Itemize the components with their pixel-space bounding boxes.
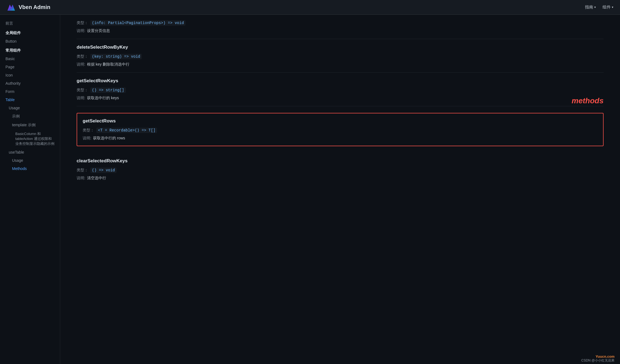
type-row: 类型： (info: Partial<PaginationProps>) => … (77, 20, 604, 26)
chevron-down-icon: ▾ (612, 5, 613, 9)
section-getSelectRows: methods getSelectRows 类型： <T = Recordabl… (77, 106, 604, 153)
desc-label: 说明: (77, 96, 85, 101)
type-label: 类型： (77, 20, 88, 25)
nav-item-guide[interactable]: 指南 ▾ (585, 5, 596, 10)
section-setpagination: 类型： (info: Partial<PaginationProps>) => … (77, 15, 604, 39)
desc-row: 说明: 获取选中行的 rows (83, 136, 598, 141)
method-name: deleteSelectRowByKey (77, 45, 604, 50)
method-name: getSelectRows (83, 118, 598, 124)
type-row: 类型： () => string[] (77, 87, 604, 93)
desc-row: 说明: 清空选中行 (77, 176, 604, 181)
main-layout: 前言 全局组件 Button 常用组件 Basic Page Icon Auth… (0, 15, 620, 364)
section-clearSelectedRowKeys: clearSelectedRowKeys 类型： () => void 说明: … (77, 153, 604, 186)
desc-value: 清空选中行 (87, 176, 106, 181)
watermark-yuucn: Yuucn.com (596, 354, 615, 359)
nav-components-label: 组件 (602, 5, 611, 10)
sidebar-item-form[interactable]: Form (0, 87, 60, 96)
desc-value: 获取选中行的 keys (87, 96, 119, 101)
sidebar-item-page[interactable]: Page (0, 63, 60, 71)
desc-row: 说明: 设置分页信息 (77, 28, 604, 33)
type-value: (info: Partial<PaginationProps>) => void (90, 20, 186, 26)
desc-value: 根据 key 删除取消选中行 (87, 62, 130, 67)
content-main: 类型： (info: Partial<PaginationProps>) => … (60, 15, 620, 364)
type-label: 类型： (83, 128, 94, 133)
sidebar: 前言 全局组件 Button 常用组件 Basic Page Icon Auth… (0, 15, 60, 364)
watermark-csdn: CSDN @小小红无花果 (581, 358, 615, 363)
sidebar-section-common: 常用组件 (0, 45, 60, 55)
type-value: () => string[] (90, 87, 126, 93)
sidebar-item-table-basiccolumn-example[interactable]: BasicColumn 和 tableAction 通过权限和业务控制显示隐藏的… (0, 130, 60, 148)
sidebar-item-usetable-methods[interactable]: Methods (0, 165, 60, 173)
section-getSelectRowKeys: getSelectRowKeys 类型： () => string[] 说明: … (77, 73, 604, 106)
nav-guide-label: 指南 (585, 5, 593, 10)
desc-label: 说明: (77, 176, 85, 181)
method-name: getSelectRowKeys (77, 78, 604, 84)
header: Vben Admin 指南 ▾ 组件 ▾ (0, 0, 620, 15)
methods-badge: methods (572, 96, 604, 105)
sidebar-item-table-template-example[interactable]: template 示例 (0, 121, 60, 130)
desc-value: 设置分页信息 (87, 28, 110, 33)
desc-label: 说明: (77, 28, 85, 33)
sidebar-item-usetable-usage[interactable]: Usage (0, 156, 60, 165)
sidebar-item-table-usage[interactable]: Usage (0, 104, 60, 112)
section-deleteSelectRowByKey: deleteSelectRowByKey 类型： (key: string) =… (77, 39, 604, 73)
type-label: 类型： (77, 168, 88, 173)
type-label: 类型： (77, 88, 88, 93)
desc-label: 说明: (83, 136, 91, 141)
type-row: 类型： (key: string) => void (77, 54, 604, 59)
highlighted-block: getSelectRows 类型： <T = Recordable>() => … (77, 113, 604, 146)
type-value: () => void (90, 168, 117, 173)
method-name: clearSelectedRowKeys (77, 158, 604, 164)
header-right: 指南 ▾ 组件 ▾ (585, 5, 613, 10)
desc-row: 说明: 根据 key 删除取消选中行 (77, 62, 604, 67)
sidebar-item-icon[interactable]: Icon (0, 71, 60, 79)
logo-icon (7, 3, 16, 12)
type-value: <T = Recordable>() => T[] (96, 128, 157, 133)
header-left: Vben Admin (7, 3, 50, 12)
type-row: 类型： () => void (77, 168, 604, 173)
desc-value: 获取选中行的 rows (93, 136, 125, 141)
sidebar-item-table-example[interactable]: 示例 (0, 112, 60, 121)
sidebar-item-preface[interactable]: 前言 (0, 19, 60, 28)
nav-item-components[interactable]: 组件 ▾ (602, 5, 613, 10)
sidebar-item-button[interactable]: Button (0, 37, 60, 45)
sidebar-item-authority[interactable]: Authority (0, 79, 60, 87)
svg-marker-0 (7, 4, 15, 10)
type-row: 类型： <T = Recordable>() => T[] (83, 128, 598, 133)
sidebar-item-usetable[interactable]: useTable (0, 148, 60, 156)
app-title: Vben Admin (19, 4, 50, 10)
chevron-down-icon: ▾ (594, 5, 596, 9)
sidebar-item-table[interactable]: Table (0, 96, 60, 104)
sidebar-item-basic[interactable]: Basic (0, 55, 60, 63)
desc-label: 说明: (77, 62, 85, 67)
sidebar-section-global: 全局组件 (0, 28, 60, 37)
desc-row: 说明: 获取选中行的 keys (77, 96, 604, 101)
type-label: 类型： (77, 54, 88, 59)
type-value: (key: string) => void (90, 54, 142, 59)
